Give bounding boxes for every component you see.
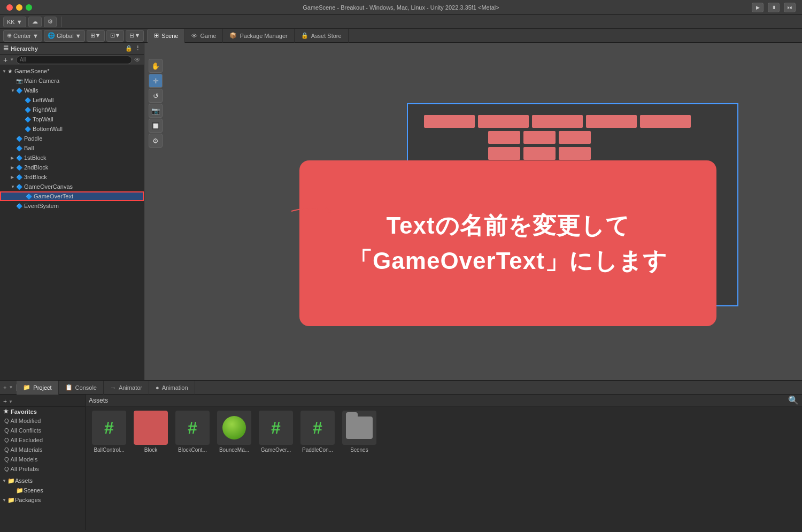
game-tab-icon: 👁: [191, 33, 197, 39]
scenes-folder-icon: 📁: [16, 487, 24, 494]
account-dropdown-arrow: ▼: [17, 19, 22, 25]
tree-scenes[interactable]: ▶ 📁 Scenes: [0, 485, 85, 495]
hierarchy-add-btn[interactable]: +: [3, 56, 7, 64]
transform-global-btn[interactable]: 🌐 Global ▼: [44, 30, 85, 42]
play-button[interactable]: ▶: [752, 3, 764, 12]
asset-block[interactable]: Block: [134, 411, 168, 453]
rotate-tool[interactable]: ↺: [149, 89, 163, 103]
tab-animator[interactable]: → Animator: [104, 381, 149, 395]
bouncema-label: BounceМa...: [219, 447, 249, 453]
leftwall-label: LeftWall: [33, 97, 53, 103]
layout-btn2[interactable]: ⊡▼: [106, 30, 125, 42]
tab-animation[interactable]: ● Animation: [149, 381, 195, 395]
transform-center-btn[interactable]: ⊕ Center ▼: [3, 30, 42, 42]
maximize-button[interactable]: [26, 4, 32, 11]
walls-expand-arrow: ▼: [11, 88, 16, 93]
console-tab-icon: 📋: [65, 384, 73, 391]
tree-item-topwall[interactable]: ▶ 🔷 TopWall: [0, 114, 144, 124]
asset-gameover[interactable]: # GameOver...: [259, 411, 293, 453]
layout-btn1[interactable]: ⊞▼: [87, 30, 105, 42]
layout-btn3[interactable]: ⊟▼: [126, 30, 144, 42]
fav-all-excluded[interactable]: Q All Excluded: [0, 435, 85, 445]
gameovercanvas-icon: 🔷: [16, 184, 22, 190]
bottom-add-btn[interactable]: +: [3, 384, 6, 391]
fav-all-conflicts[interactable]: Q All Conflicts: [0, 426, 85, 435]
asset-bouncema[interactable]: BounceМa...: [217, 411, 251, 453]
arrow-svg: [289, 201, 331, 222]
close-button[interactable]: [6, 4, 13, 11]
animator-tab-icon: →: [110, 384, 116, 391]
center-dropdown-arrow: ▼: [33, 33, 38, 39]
tree-item-ball[interactable]: ▶ 🔷 Ball: [0, 143, 144, 153]
project-search-icon[interactable]: 🔍: [788, 395, 799, 405]
asset-blockcont[interactable]: # BlockCont...: [175, 411, 210, 453]
tree-item-gameovertext[interactable]: ▶ 🔷 GameOverText: [0, 191, 144, 201]
blockcont-label: BlockCont...: [178, 447, 207, 453]
hierarchy-more-icon[interactable]: ⋮: [135, 45, 141, 52]
fav-all-prefabs[interactable]: Q All Prefabs: [0, 464, 85, 474]
fav-all-modified[interactable]: Q All Modified: [0, 416, 85, 426]
tree-item-maincamera[interactable]: ▶ 📷 Main Camera: [0, 76, 144, 86]
game-canvas: [407, 103, 738, 306]
tree-item-3rdblock[interactable]: ▶ 🔷 3rdBlock: [0, 172, 144, 182]
tab-console[interactable]: 📋 Console: [59, 381, 104, 395]
tree-item-gamescene[interactable]: ▼ ★ GameScene*: [0, 66, 144, 76]
tree-item-bottomwall[interactable]: ▶ 🔷 BottomWall: [0, 124, 144, 134]
tab-package-manager[interactable]: 📦 Package Manager: [223, 29, 294, 43]
tree-item-paddle[interactable]: ▶ 🔷 Paddle: [0, 134, 144, 143]
fav-all-materials[interactable]: Q All Materials: [0, 445, 85, 454]
paddlecon-icon: #: [300, 411, 335, 445]
hand-tool[interactable]: ✋: [149, 59, 163, 73]
brick-row-2: [424, 131, 721, 144]
topwall-icon: 🔷: [25, 117, 31, 122]
tab-asset-store[interactable]: 🔒 Asset Store: [295, 29, 349, 43]
tree-item-1stblock[interactable]: ▶ 🔷 1stBlock: [0, 153, 144, 163]
gamescene-label: GameScene*: [14, 68, 49, 74]
asset-ballcontrol[interactable]: # BallControl...: [92, 411, 126, 453]
tree-item-gameovercanvas[interactable]: ▼ 🔷 GameOverCanvas: [0, 182, 144, 191]
scene-tab-icon: ⊞: [154, 32, 159, 39]
packages-expand-arrow: ▼: [2, 498, 7, 503]
hierarchy-lock-icon[interactable]: 🔒: [125, 45, 133, 52]
rect-tool[interactable]: 🔲: [149, 119, 163, 133]
brick: [424, 115, 475, 128]
asset-scenes[interactable]: Scenes: [342, 411, 376, 453]
hierarchy-title: Hierarchy: [11, 45, 38, 52]
project-add-btn[interactable]: +: [3, 398, 7, 405]
move-tool[interactable]: ✛: [149, 74, 163, 88]
tree-item-rightwall[interactable]: ▶ 🔷 RightWall: [0, 105, 144, 114]
tab-project[interactable]: 📁 Project: [17, 381, 58, 395]
tab-game[interactable]: 👁 Game: [185, 29, 223, 43]
transform-global-label: Global: [57, 33, 74, 39]
tree-item-walls[interactable]: ▼ 🔷 Walls: [0, 86, 144, 95]
canvas-inner: [408, 104, 737, 305]
pause-button[interactable]: ⏸: [768, 3, 780, 12]
minimize-button[interactable]: [16, 4, 22, 11]
tree-packages[interactable]: ▼ 📁 Packages: [0, 495, 85, 505]
project-main: Assets 🔍 # BallControl...: [86, 395, 802, 530]
cloud-button[interactable]: ☁: [28, 17, 42, 27]
tree-item-leftwall[interactable]: ▶ 🔷 LeftWall: [0, 95, 144, 105]
favorites-label: Favorites: [11, 408, 37, 415]
hierarchy-eye-icon[interactable]: 👁: [134, 56, 141, 64]
transform-tool[interactable]: ⚙: [149, 134, 163, 148]
asset-paddlecon[interactable]: # PaddleCon...: [300, 411, 335, 453]
bottom-add-arrow[interactable]: ▼: [9, 385, 13, 390]
scale-tool[interactable]: 📷: [149, 104, 163, 118]
project-add-arrow[interactable]: ▼: [9, 399, 13, 404]
hierarchy-search-input[interactable]: [16, 56, 132, 64]
settings-button[interactable]: ⚙: [44, 17, 57, 27]
hierarchy-add-dropdown[interactable]: ▼: [10, 57, 14, 62]
tree-assets[interactable]: ▼ 📁 Assets: [0, 476, 85, 485]
tree-item-eventsystem[interactable]: ▶ 🔷 EventSystem: [0, 201, 144, 211]
window-title: GameScene - Breakout - Windows, Mac, Lin…: [303, 4, 499, 11]
step-button[interactable]: ⏭: [784, 3, 796, 12]
tab-scene[interactable]: ⊞ Scene: [148, 29, 185, 43]
tree-item-2ndblock[interactable]: ▶ 🔷 2ndBlock: [0, 163, 144, 172]
block-label: Block: [144, 447, 157, 453]
asset-store-tab-label: Asset Store: [311, 33, 342, 39]
account-dropdown[interactable]: KK ▼: [3, 17, 26, 27]
bricks-area: [424, 115, 721, 163]
gameover-label: GameOver...: [261, 447, 291, 453]
fav-all-models[interactable]: Q All Models: [0, 454, 85, 464]
